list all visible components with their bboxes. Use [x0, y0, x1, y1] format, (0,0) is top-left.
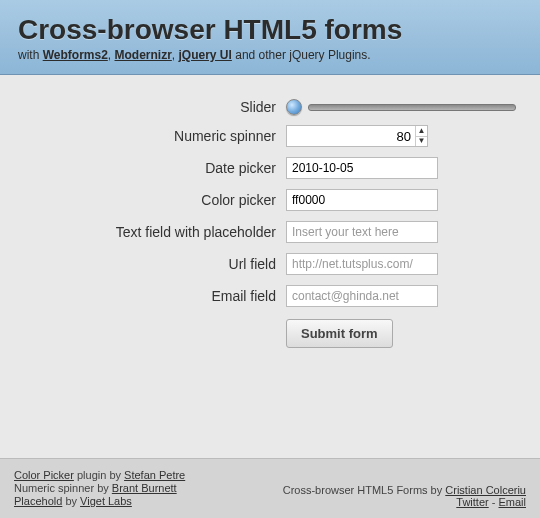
sep2: ,: [172, 48, 179, 62]
subtitle-prefix: with: [18, 48, 43, 62]
spinner-label: Numeric spinner: [18, 128, 286, 144]
cr1-a: Cross-browser HTML5 Forms by: [283, 484, 446, 496]
date-label: Date picker: [18, 160, 286, 176]
numeric-spinner: ▲ ▼: [286, 125, 428, 147]
viget-labs-link[interactable]: Viget Labs: [80, 495, 132, 507]
brant-burnett-link[interactable]: Brant Burnett: [112, 482, 177, 494]
credits-left: Color Picker plugin by Stefan Petre Nume…: [14, 469, 185, 508]
form-area: Slider Numeric spinner ▲ ▼ Date picker: [0, 75, 540, 458]
slider-row: Slider: [18, 99, 522, 115]
url-row: Url field: [18, 253, 522, 275]
credit3-mid: by: [62, 495, 80, 507]
credit-line-3: Placehold by Viget Labs: [14, 495, 185, 507]
submit-button[interactable]: Submit form: [286, 319, 393, 348]
email-input[interactable]: [286, 285, 438, 307]
page-title: Cross-browser HTML5 forms: [18, 14, 522, 46]
email-label: Email field: [18, 288, 286, 304]
date-input[interactable]: [286, 157, 438, 179]
credit-right-2: Twitter - Email: [283, 496, 526, 508]
credit-line-2: Numeric spinner by Brant Burnett: [14, 482, 185, 494]
email-link[interactable]: Email: [498, 496, 526, 508]
textph-label: Text field with placeholder: [18, 224, 286, 240]
page: Cross-browser HTML5 forms with Webforms2…: [0, 0, 540, 518]
slider-track[interactable]: [308, 104, 516, 111]
credit-line-1: Color Picker plugin by Stefan Petre: [14, 469, 185, 481]
subtitle-suffix: and other jQuery Plugins.: [232, 48, 371, 62]
footer: Color Picker plugin by Stefan Petre Nume…: [0, 458, 540, 518]
webforms2-link[interactable]: Webforms2: [43, 48, 108, 62]
slider-input[interactable]: [286, 99, 516, 115]
twitter-link[interactable]: Twitter: [456, 496, 488, 508]
jquery-ui-link[interactable]: jQuery UI: [179, 48, 232, 62]
textph-row: Text field with placeholder: [18, 221, 522, 243]
cristian-colceriu-link[interactable]: Cristian Colceriu: [445, 484, 526, 496]
submit-row: Submit form: [18, 319, 522, 348]
email-row: Email field: [18, 285, 522, 307]
credits-right: Cross-browser HTML5 Forms by Cristian Co…: [283, 484, 526, 508]
slider-label: Slider: [18, 99, 286, 115]
spinner-buttons: ▲ ▼: [415, 126, 427, 146]
slider-handle-icon[interactable]: [286, 99, 302, 115]
sep1: ,: [108, 48, 115, 62]
subtitle: with Webforms2, Modernizr, jQuery UI and…: [18, 48, 522, 62]
credit2-a: Numeric spinner by: [14, 482, 112, 494]
credit-right-1: Cross-browser HTML5 Forms by Cristian Co…: [283, 484, 526, 496]
spinner-down-icon[interactable]: ▼: [416, 137, 427, 147]
color-picker-link[interactable]: Color Picker: [14, 469, 74, 481]
date-row: Date picker: [18, 157, 522, 179]
stefan-petre-link[interactable]: Stefan Petre: [124, 469, 185, 481]
url-label: Url field: [18, 256, 286, 272]
color-input[interactable]: [286, 189, 438, 211]
url-input[interactable]: [286, 253, 438, 275]
placehold-link[interactable]: Placehold: [14, 495, 62, 507]
color-label: Color picker: [18, 192, 286, 208]
credit1-mid: plugin by: [74, 469, 124, 481]
spinner-up-icon[interactable]: ▲: [416, 126, 427, 137]
spacer: [18, 319, 286, 348]
color-row: Color picker: [18, 189, 522, 211]
modernizr-link[interactable]: Modernizr: [115, 48, 172, 62]
text-placeholder-input[interactable]: [286, 221, 438, 243]
header: Cross-browser HTML5 forms with Webforms2…: [0, 0, 540, 75]
spinner-row: Numeric spinner ▲ ▼: [18, 125, 522, 147]
spinner-input[interactable]: [287, 126, 415, 146]
